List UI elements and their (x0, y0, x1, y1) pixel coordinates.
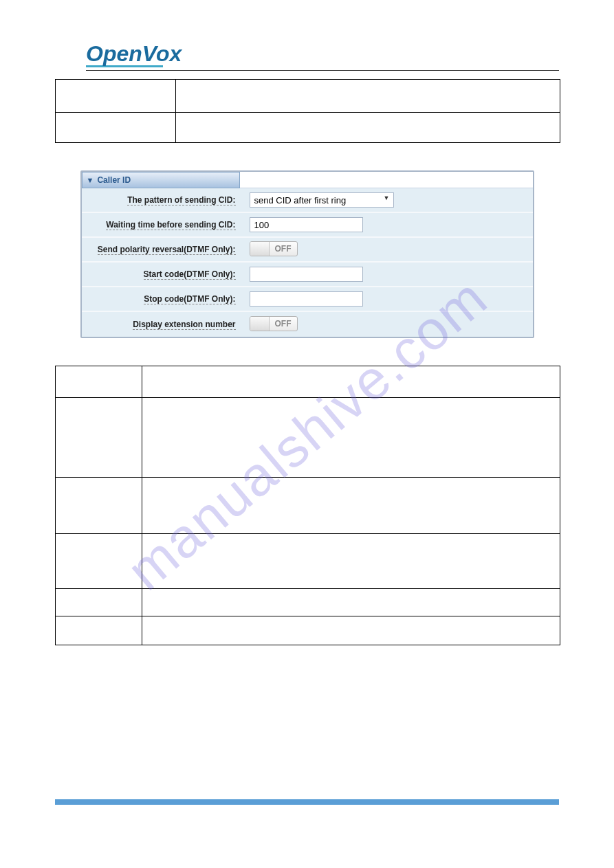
table-cell (56, 366, 142, 398)
label-stopcode: Stop code(DTMF Only): (144, 294, 235, 304)
panel-title: Caller ID (97, 175, 131, 185)
label-waiting: Waiting time before sending CID: (106, 220, 235, 230)
table-cell (175, 113, 560, 143)
table-cell (56, 589, 142, 616)
table-bottom (55, 366, 560, 645)
panel-header[interactable]: ▼ Caller ID (82, 172, 240, 188)
table-cell (142, 478, 560, 534)
pattern-select[interactable]: send CID after first ring (250, 192, 394, 208)
table-cell (56, 113, 176, 143)
table-cell (56, 398, 142, 478)
toggle-knob (250, 242, 270, 256)
toggle-label: OFF (270, 319, 297, 329)
panel-header-spacer (240, 172, 533, 188)
caller-id-panel: ▼ Caller ID The pattern of sending CID: … (80, 170, 534, 338)
table-cell (56, 616, 142, 645)
footer-bar (55, 799, 559, 805)
table-cell (175, 80, 560, 113)
startcode-input[interactable] (250, 267, 363, 282)
logo: OpenVox (86, 41, 559, 67)
header-divider (86, 70, 559, 71)
table-cell (142, 616, 560, 645)
table-cell (56, 534, 142, 589)
label-pattern: The pattern of sending CID: (127, 195, 235, 205)
logo-open: Open (86, 41, 142, 66)
table-cell (56, 478, 142, 534)
stopcode-input[interactable] (250, 291, 363, 307)
polarity-toggle[interactable]: OFF (250, 241, 298, 256)
label-startcode: Start code(DTMF Only): (144, 269, 236, 280)
collapse-icon: ▼ (87, 176, 94, 184)
logo-vox: Vox (142, 41, 182, 66)
toggle-label: OFF (270, 244, 297, 254)
label-polarity: Send polarity reversal(DTMF Only): (98, 245, 236, 255)
displayext-toggle[interactable]: OFF (250, 316, 298, 331)
table-cell (142, 589, 560, 616)
waiting-input[interactable] (250, 217, 363, 232)
table-cell (142, 398, 560, 478)
table-cell (56, 80, 176, 113)
toggle-knob (250, 317, 270, 331)
table-top (55, 79, 560, 143)
label-displayext: Display extension number (133, 320, 235, 330)
table-cell (142, 534, 560, 589)
table-cell (142, 366, 560, 398)
